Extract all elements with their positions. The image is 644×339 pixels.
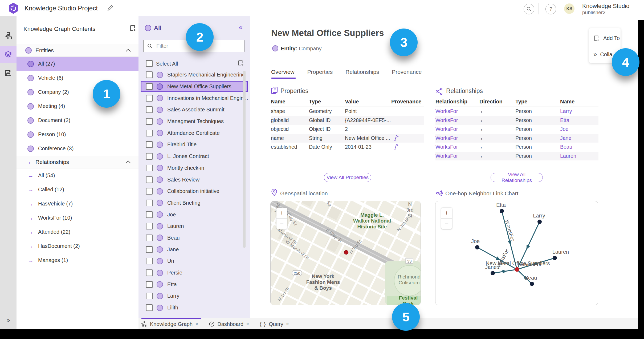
checkbox[interactable] [146,235,153,241]
select-all-checkbox[interactable] [146,60,153,67]
sidebar-item-hasvehicle[interactable]: →HasVehicle (7) [17,197,138,211]
list-item[interactable]: New Metal Office Suppliers [141,81,248,92]
list-item[interactable]: L. Jones Contract [138,151,250,162]
bottom-tab-dashboard[interactable]: Dashboard× [209,321,249,327]
checkbox[interactable] [146,223,153,229]
list-item[interactable]: Beau [138,232,250,244]
checkbox[interactable] [146,269,153,276]
checkbox[interactable] [146,83,153,90]
sidebar-item-all[interactable]: →All (54) [17,168,138,183]
list-item[interactable]: Managment Techniques [138,116,250,127]
section-header-entities[interactable]: Entities [17,44,138,57]
checkbox[interactable] [146,165,153,171]
cell-name[interactable]: Beau [560,144,572,150]
checkbox[interactable] [146,130,153,136]
list-item[interactable]: Lilith [138,302,250,314]
sidebar-item-vehicle[interactable]: Vehicle (6) [17,71,138,85]
view-all-relationships-button[interactable]: View All Relationships [491,173,543,182]
checkbox[interactable] [146,71,153,78]
provenance-flag-icon[interactable] [393,135,399,141]
link-chart[interactable]: EttaLarryJoeLaurenJaneBeauNew Metal Offi… [435,201,598,305]
sidebar-item-manages[interactable]: →Manages (1) [17,253,138,267]
section-header-relationships[interactable]: →Relationships [17,156,138,168]
provenance-flag-icon[interactable] [393,143,399,150]
sidebar-item-document[interactable]: Document (2) [17,113,138,127]
sidebar-item-conference[interactable]: Conference (3) [17,142,138,156]
list-item[interactable]: Sales Associate Summit [138,104,250,116]
tab-properties[interactable]: Properties [307,69,333,75]
close-icon[interactable]: × [195,321,198,327]
list-item[interactable]: Uri [138,255,250,267]
list-item[interactable]: Lauren [138,220,250,232]
expand-rail-button[interactable]: » [0,316,17,324]
tab-overview[interactable]: Overview [271,69,295,75]
list-item[interactable]: Montly check-in [138,162,250,174]
bottom-tab-knowledge-graph[interactable]: Knowledge Graph× [141,321,198,327]
sidebar-item-hasdocument[interactable]: →HasDocument (2) [17,239,138,253]
list-item[interactable]: Innovations in Mechanical Engin... [138,92,250,104]
checkbox[interactable] [146,281,153,288]
checkbox[interactable] [146,141,153,148]
zoom-in-button[interactable]: + [441,208,452,219]
list-item[interactable]: Sales Review [138,174,250,185]
close-icon[interactable]: × [286,321,289,327]
cell-name[interactable]: Larry [560,108,572,114]
chevron-up-icon[interactable] [126,160,131,165]
cell-name[interactable]: Lauren [560,153,576,159]
view-all-properties-button[interactable]: View All Properties [324,173,371,182]
rail-schema-button[interactable] [0,27,17,44]
list-item[interactable]: Collaboration initiative [138,185,250,197]
rail-save-button[interactable] [0,64,17,82]
checkbox[interactable] [146,211,153,218]
checkbox[interactable] [146,304,153,311]
list-item[interactable]: Larry [138,290,250,302]
cell-name[interactable]: Jane [560,135,571,141]
bottom-tab-query[interactable]: { }Query× [260,321,289,327]
checkbox[interactable] [146,176,153,183]
list-item[interactable]: Etta [138,279,250,290]
list-item[interactable]: Attendance Certificate [138,127,250,139]
chevron-up-icon[interactable] [126,49,131,54]
list-item[interactable]: Jane [138,244,250,255]
list-item[interactable]: Staplers Mechanical Engineering [138,69,250,81]
cell-relationship[interactable]: WorksFor [435,153,458,159]
cell-relationship[interactable]: WorksFor [435,117,458,123]
sidebar-item-person[interactable]: Person (10) [17,127,138,142]
sidebar-item-worksfor[interactable]: →WorksFor (10) [17,211,138,225]
sidebar-item-attended[interactable]: →Attended (22) [17,225,138,239]
avatar[interactable]: KS [564,3,574,14]
list-scrollbar[interactable] [243,71,246,248]
rail-layers-button[interactable] [0,46,17,63]
sidebar-item-called[interactable]: →Called (12) [17,183,138,197]
cell-relationship[interactable]: WorksFor [435,144,458,150]
zoom-in-button[interactable]: + [276,208,287,219]
cell-relationship[interactable]: WorksFor [435,108,458,114]
tab-relationships[interactable]: Relationships [345,69,379,75]
list-item[interactable]: Persie [138,267,250,279]
checkbox[interactable] [146,106,153,113]
checkbox[interactable] [146,200,153,206]
zoom-out-button[interactable]: − [276,219,287,229]
list-item[interactable]: Client Briefing [138,197,250,209]
add-to-menu-item[interactable]: Add To [589,33,621,43]
checkbox[interactable] [146,153,153,160]
add-to-new-icon[interactable] [129,25,137,32]
cell-name[interactable]: Etta [560,117,569,123]
sidebar-item-all[interactable]: All (27) [17,57,138,71]
help-button[interactable]: ? [545,4,556,14]
checkbox[interactable] [146,188,153,195]
collapse-panel-icon[interactable]: « [239,23,243,31]
list-item[interactable]: Joe [138,209,250,220]
checkbox[interactable] [146,95,153,102]
cell-name[interactable]: Joe [560,126,568,132]
checkbox[interactable] [146,246,153,253]
search-button[interactable] [524,4,534,14]
checkbox[interactable] [146,258,153,264]
close-icon[interactable]: × [246,321,249,327]
zoom-out-button[interactable]: − [441,219,452,229]
checkbox[interactable] [146,118,153,125]
geospatial-map[interactable]: k RdW Clay StSaMarshall StE Clay StW Mar… [270,201,421,305]
add-selection-icon[interactable] [238,60,244,66]
cell-relationship[interactable]: WorksFor [435,135,458,141]
list-item[interactable]: Firebird Title [138,139,250,151]
